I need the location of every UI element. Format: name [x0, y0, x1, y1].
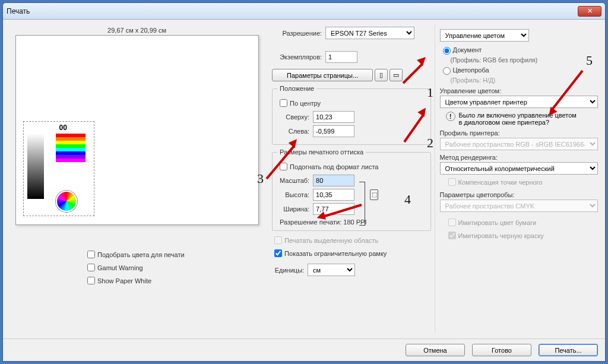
preview-label-text: 00: [59, 124, 67, 132]
document-radio[interactable]: [443, 47, 451, 55]
center-label: По центру: [290, 100, 321, 107]
proof-params-label: Параметры цветопробы:: [440, 191, 598, 198]
print-selection-checkbox: [274, 236, 282, 244]
document-radio-label: Документ: [453, 46, 482, 53]
dialog-footer: Отмена Готово Печать...: [3, 338, 605, 361]
warning-icon: !: [446, 112, 455, 121]
link-bracket-icon: [359, 182, 365, 226]
center-checkbox[interactable]: [280, 99, 287, 107]
warning-text: Было ли включено управление цветом в диа…: [459, 112, 577, 126]
orientation-portrait-button[interactable]: ▯: [375, 69, 388, 81]
scale-input[interactable]: [313, 175, 354, 186]
gamut-warning-label: Gamut Warning: [97, 264, 143, 271]
color-management-label: Управление цветом:: [440, 87, 598, 94]
grayscale-strip-icon: [27, 134, 44, 199]
close-icon: ✕: [587, 7, 593, 15]
print-button[interactable]: Печать...: [539, 344, 598, 356]
show-paper-white-label: Show Paper White: [97, 277, 151, 284]
left-label: Слева:: [277, 128, 313, 135]
color-wheel-icon: [56, 191, 77, 212]
rendering-intent-select[interactable]: Относительный колориметрический: [440, 162, 598, 175]
rendering-intent-label: Метод рендеринга:: [440, 154, 598, 161]
print-dialog-window: Печать ✕ 29,67 см x 20,99 см 00: [2, 2, 606, 362]
color-management-select[interactable]: Цветом управляет принтер: [440, 96, 598, 108]
simulate-black-checkbox: [448, 232, 456, 239]
show-bbox-checkbox[interactable]: [274, 249, 282, 257]
preview-dimensions: 29,67 см x 20,99 см: [8, 27, 266, 34]
width-label: Ширина:: [277, 205, 313, 213]
match-print-colors-label: Подобрать цвета для печати: [97, 251, 185, 258]
units-select[interactable]: см: [308, 264, 355, 276]
annotation-number-2: 2: [427, 135, 433, 151]
annotation-number-5: 5: [586, 53, 593, 68]
units-label: Единицы:: [272, 267, 308, 274]
height-label: Высота:: [277, 191, 313, 198]
position-legend: Положение: [277, 85, 316, 92]
portrait-icon: ▯: [379, 71, 383, 79]
simulate-black-label: Имитировать черную краску: [458, 232, 544, 239]
page-setup-button[interactable]: Параметры страницы...: [272, 69, 373, 81]
printer-profile-select: Рабочее пространство RGB - sRGB IEC61966…: [440, 138, 598, 150]
printer-label: Разрешение:: [272, 30, 325, 37]
print-resolution-text: Разрешение печати: 180 PPI: [280, 219, 425, 226]
landscape-icon: ▭: [393, 71, 399, 79]
print-preview[interactable]: 00: [15, 35, 259, 225]
close-button[interactable]: ✕: [578, 6, 601, 17]
color-swatches-icon: [56, 134, 86, 162]
width-input[interactable]: [313, 203, 354, 215]
proof-space-select: Рабочее пространство CMYK: [440, 200, 598, 212]
printer-select[interactable]: EPSON T27 Series: [325, 27, 414, 39]
print-selection-label: Печатать выделенную область: [284, 237, 378, 244]
proof-radio-label: Цветопроба: [453, 67, 489, 74]
fit-to-page-checkbox[interactable]: [280, 163, 287, 170]
printer-profile-label: Профиль принтера:: [440, 129, 598, 137]
cancel-button[interactable]: Отмена: [406, 344, 465, 356]
top-input[interactable]: [313, 111, 354, 123]
show-bbox-label: Показать ограничительную рамку: [284, 250, 387, 257]
annotation-number-4: 4: [404, 192, 411, 207]
document-profile-text: (Профиль: RGB без профиля): [451, 56, 598, 64]
titlebar[interactable]: Печать ✕: [3, 3, 605, 20]
top-label: Сверху:: [277, 113, 313, 121]
preview-content[interactable]: 00: [23, 121, 94, 216]
copies-label: Экземпляров:: [272, 53, 325, 61]
annotation-number-1: 1: [427, 85, 433, 100]
annotation-number-3: 3: [257, 171, 264, 186]
copies-input[interactable]: [325, 51, 357, 63]
orientation-landscape-button[interactable]: ▭: [390, 69, 403, 81]
link-dimensions-button[interactable]: ⬚: [370, 189, 378, 200]
black-point-comp-label: Компенсация точки черного: [458, 179, 543, 186]
show-paper-white-checkbox[interactable]: [87, 277, 95, 284]
print-size-legend: Размеры печатного оттиска: [277, 148, 366, 156]
simulate-paper-checkbox: [448, 219, 456, 226]
window-title: Печать: [7, 7, 578, 15]
scale-label: Масштаб:: [277, 177, 313, 184]
proof-profile-text: (Профиль: Н/Д): [451, 77, 598, 84]
proof-radio[interactable]: [443, 67, 451, 75]
simulate-paper-label: Имитировать цвет бумаги: [458, 219, 537, 226]
match-print-colors-checkbox[interactable]: [87, 251, 95, 258]
black-point-comp-checkbox: [448, 178, 456, 186]
color-management-dropdown[interactable]: Управление цветом: [440, 29, 529, 42]
position-fieldset: Положение По центру Сверху: Слева:: [272, 85, 430, 145]
gamut-warning-checkbox[interactable]: [87, 264, 95, 271]
done-button[interactable]: Готово: [472, 344, 531, 356]
print-size-fieldset: Размеры печатного оттиска Подогнать под …: [272, 148, 430, 231]
height-input[interactable]: [313, 189, 354, 201]
left-input[interactable]: [313, 125, 354, 137]
fit-to-page-label: Подогнать под формат листа: [290, 163, 378, 170]
